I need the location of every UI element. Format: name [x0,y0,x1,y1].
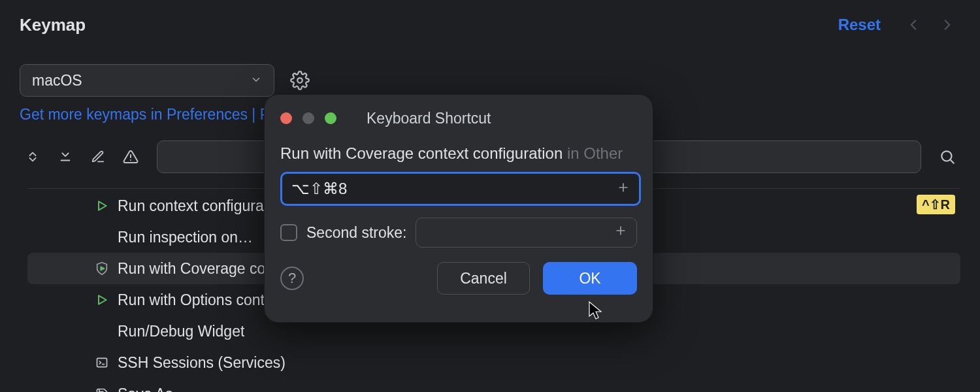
save-icon [90,387,114,392]
keymap-select[interactable]: macOS [20,64,274,97]
svg-rect-8 [97,358,107,367]
terminal-icon [90,356,114,369]
first-stroke-input[interactable]: ⌥⇧⌘8 [280,172,641,206]
back-arrow-icon[interactable] [900,12,926,38]
tree-row-label: Run context configuration [118,197,288,215]
shortcut-value: ⌥⇧⌘8 [291,180,347,198]
dialog-title: Keyboard Shortcut [367,110,637,127]
zoom-window-icon[interactable] [325,112,336,124]
add-second-shortcut-icon[interactable] [614,224,627,241]
find-action-by-shortcut-icon[interactable] [934,144,960,170]
dialog-context-text: Run with Coverage context configuration … [280,144,637,163]
help-icon[interactable]: ? [280,267,304,290]
svg-point-3 [941,151,951,161]
tree-row-label: Run/Debug Widget [118,323,244,340]
svg-marker-5 [99,201,106,210]
svg-marker-6 [101,267,105,270]
collapse-all-icon[interactable] [52,144,78,170]
shortcut-badge: ^⇧R [917,195,955,214]
add-shortcut-icon[interactable] [617,180,630,198]
second-stroke-label: Second stroke: [306,224,406,242]
play-icon [90,199,114,212]
second-stroke-input[interactable] [416,218,637,248]
svg-marker-7 [99,295,106,304]
ok-button[interactable]: OK [543,262,637,295]
warning-icon[interactable] [118,144,144,170]
shield-play-icon [90,261,114,276]
keyboard-shortcut-dialog: Keyboard Shortcut Run with Coverage cont… [264,94,653,323]
tree-row-label: Run inspection on… [118,229,253,246]
svg-line-4 [951,160,954,163]
minimize-window-icon [302,112,314,124]
cancel-button[interactable]: Cancel [437,262,530,295]
expand-collapse-icon[interactable] [20,144,46,170]
chevron-down-icon [250,72,262,90]
tree-row-label: SSH Sessions (Services) [118,354,286,372]
tree-row[interactable]: SSH Sessions (Services) [27,347,960,378]
close-window-icon[interactable] [280,112,292,124]
forward-arrow-icon[interactable] [934,12,960,38]
svg-point-0 [297,78,302,83]
edit-icon[interactable] [85,144,111,170]
tree-row-label: Save As… [118,385,188,393]
gear-icon[interactable] [290,71,310,90]
reset-button[interactable]: Reset [838,16,881,34]
play-icon [90,293,114,306]
tree-row[interactable]: Save As… [27,378,960,392]
second-stroke-checkbox[interactable] [280,224,297,241]
keymap-select-value: macOS [32,72,82,90]
page-title: Keymap [20,15,86,35]
